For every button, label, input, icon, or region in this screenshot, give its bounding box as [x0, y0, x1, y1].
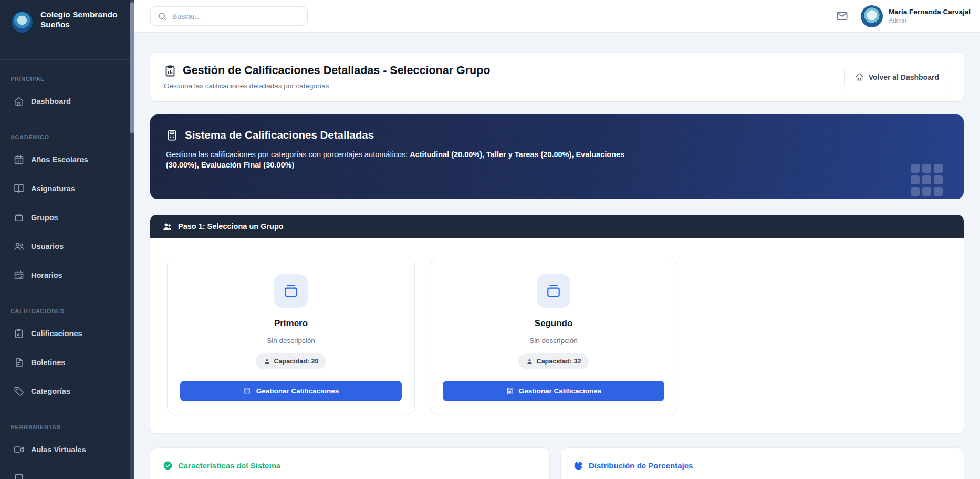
calculator-icon: [243, 387, 251, 395]
manage-grades-button-segundo[interactable]: Gestionar Calificaciones: [443, 381, 664, 401]
person-icon: [264, 358, 270, 365]
group-briefcase-icon: [274, 274, 308, 308]
sidebar-section-calificaciones: CALIFICACIONES: [0, 292, 134, 321]
group-description: Sin descripción: [443, 337, 664, 345]
group-name: Segundo: [443, 318, 664, 329]
distribution-card-title: Distribución de Porcentajes: [589, 461, 693, 470]
sidebar-item-partial[interactable]: [6, 466, 128, 479]
category-evaluacion-final: Evaluación Final (30.00%): [201, 161, 294, 169]
features-card-title: Características del Sistema: [178, 461, 280, 470]
users-icon: [162, 222, 172, 232]
sidebar-item-grupos[interactable]: Grupos: [6, 205, 128, 230]
main-content: Gestión de Calificaciones Detalladas - S…: [134, 33, 980, 479]
sidebar-item-label: Categorías: [31, 387, 70, 395]
topbar: Maria Fernanda Carvajal Admin: [134, 0, 980, 33]
content-column: Maria Fernanda Carvajal Admin Gestión de…: [134, 0, 980, 479]
group-card-primero: Primero Sin descripción Capacidad: 20 Ge…: [167, 258, 415, 414]
page-title: Gestión de Calificaciones Detalladas - S…: [183, 64, 490, 77]
mail-icon[interactable]: [836, 10, 848, 22]
pie-chart-icon: [574, 461, 583, 471]
video-icon: [14, 444, 24, 455]
manage-grades-button-primero[interactable]: Gestionar Calificaciones: [180, 381, 402, 401]
calculator-icon: [506, 387, 514, 395]
user-role: Admin: [889, 17, 971, 24]
briefcase-icon: [14, 212, 24, 223]
users-icon: [14, 241, 24, 252]
sidebar-item-calificaciones[interactable]: Calificaciones: [6, 321, 128, 346]
capacity-badge: Capacidad: 32: [518, 353, 589, 369]
page-subtitle: Gestiona las calificaciones detalladas p…: [164, 82, 490, 90]
calculator-icon: [166, 129, 178, 141]
sidebar: Colegio Sembrando Sueños PRINCIPAL Dashb…: [0, 0, 134, 479]
manage-grades-label: Gestionar Calificaciones: [256, 387, 339, 395]
sidebar-item-label: Asignaturas: [31, 184, 75, 193]
group-briefcase-icon: [537, 274, 570, 308]
search-box[interactable]: [150, 6, 308, 26]
sidebar-item-dashboard[interactable]: Dashboard: [6, 89, 128, 113]
sidebar-item-label: Boletines: [31, 358, 65, 367]
group-description: Sin descripción: [180, 337, 402, 345]
clipboard-chart-icon: [164, 65, 176, 77]
sidebar-item-label: Grupos: [31, 213, 58, 222]
user-name: Maria Fernanda Carvajal: [889, 8, 971, 16]
brand-name: Colegio Sembrando Sueños: [40, 9, 124, 30]
scrollbar-thumb[interactable]: [130, 2, 134, 133]
avatar: [861, 5, 883, 27]
category-actitudinal: Actitudinal (20.00%): [410, 150, 482, 159]
distribution-card: Distribución de Porcentajes: [561, 448, 964, 479]
search-icon: [158, 12, 167, 21]
step1-title: Paso 1: Selecciona un Grupo: [178, 222, 284, 231]
manage-grades-label: Gestionar Calificaciones: [519, 387, 602, 395]
group-card-segundo: Segundo Sin descripción Capacidad: 32 Ge…: [430, 258, 677, 414]
banner-title: Sistema de Calificaciones Detalladas: [185, 129, 374, 141]
brand: Colegio Sembrando Sueños: [0, 0, 134, 60]
back-button-label: Volver al Dashboard: [869, 73, 939, 81]
sidebar-item-anos-escolares[interactable]: Años Escolares: [6, 148, 128, 172]
page-header-card: Gestión de Calificaciones Detalladas - S…: [150, 53, 964, 101]
book-icon: [14, 473, 24, 479]
group-name: Primero: [180, 318, 402, 329]
sidebar-section-principal: PRINCIPAL: [0, 60, 134, 89]
book-open-icon: [14, 183, 24, 194]
sidebar-item-label: Dashboard: [31, 97, 71, 106]
sidebar-item-label: Años Escolares: [31, 155, 88, 164]
banner-description: Gestiona las calificaciones por categorí…: [166, 149, 639, 171]
school-logo: [11, 11, 34, 34]
check-badge-icon: [163, 461, 173, 471]
calendar-clock-icon: [14, 270, 24, 280]
capacity-badge: Capacidad: 20: [256, 353, 327, 369]
sidebar-section-academico: ACADÉMICO: [0, 118, 134, 148]
calendar-icon: [14, 154, 24, 165]
home-icon: [14, 96, 24, 107]
sidebar-item-label: Horarios: [31, 271, 62, 279]
sidebar-section-herramientas: HERRAMIENTAS: [0, 408, 134, 438]
sidebar-scrollbar[interactable]: [130, 0, 134, 479]
sidebar-item-aulas-virtuales[interactable]: Aulas Virtuales: [6, 438, 128, 462]
person-icon: [526, 358, 533, 365]
category-taller: Taller y Tareas (20.00%): [486, 150, 571, 159]
search-input[interactable]: [172, 12, 300, 20]
sidebar-item-usuarios[interactable]: Usuarios: [6, 234, 128, 258]
grid-decoration-icon: [911, 164, 943, 199]
sidebar-item-label: Usuarios: [31, 242, 64, 251]
sidebar-item-label: Aulas Virtuales: [31, 445, 86, 454]
step1-header: Paso 1: Selecciona un Grupo: [150, 215, 964, 238]
system-banner: Sistema de Calificaciones Detalladas Ges…: [150, 114, 964, 199]
sidebar-item-categorias[interactable]: Categorías: [6, 379, 128, 403]
features-card: Características del Sistema: [150, 448, 549, 479]
sidebar-item-label: Calificaciones: [31, 329, 82, 338]
back-to-dashboard-button[interactable]: Volver al Dashboard: [844, 65, 950, 89]
step1-card: Paso 1: Selecciona un Grupo Primero Sin …: [150, 215, 964, 433]
home-icon: [855, 72, 864, 81]
sidebar-item-horarios[interactable]: Horarios: [6, 263, 128, 287]
file-text-icon: [14, 357, 24, 368]
tag-icon: [14, 386, 24, 397]
user-menu[interactable]: Maria Fernanda Carvajal Admin: [861, 5, 971, 27]
sidebar-item-asignaturas[interactable]: Asignaturas: [6, 176, 128, 201]
clipboard-chart-icon: [14, 328, 24, 339]
sidebar-item-boletines[interactable]: Boletines: [6, 350, 128, 374]
